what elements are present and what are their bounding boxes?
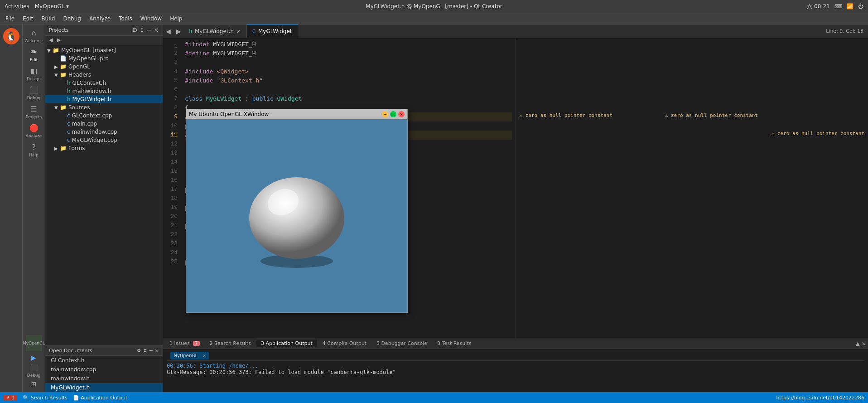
search-results-status[interactable]: 🔍 Search Results (23, 395, 68, 401)
tree-item-root[interactable]: ▼ 📁 MyOpenGL [master] (45, 46, 163, 54)
folder-icon-root: 📁 (53, 47, 59, 53)
activities-label[interactable]: Activities (5, 3, 29, 10)
line-num-6: 6 (163, 85, 178, 94)
tab-myglwidget[interactable]: C MyGLWidget (247, 24, 298, 38)
debug-run-icon[interactable]: ▶ (26, 353, 42, 362)
open-doc-mainwindow-cpp[interactable]: mainwindow.cpp (45, 365, 163, 374)
editor-status-right: Line: 9, Col: 13 (826, 28, 868, 34)
gl-win-minimize[interactable]: − (382, 111, 388, 117)
tab-nav-left[interactable]: ◀ (163, 24, 174, 38)
nav-forward[interactable]: ▶ (55, 37, 63, 43)
tab-search-results[interactable]: 2 Search Results (205, 340, 256, 347)
bottom-minimize[interactable]: ▲ (856, 340, 860, 347)
menu-bar: FileEditBuildDebugAnalyzeToolsWindowHelp (0, 13, 868, 24)
app-run-widget[interactable]: MyOpenGL (26, 335, 42, 351)
code-line-3 (185, 58, 512, 67)
line-num-9: 9 (163, 112, 178, 121)
close-tree-icon[interactable]: × (154, 26, 159, 34)
tree-item-glcontext-h[interactable]: h GLContext.h (45, 79, 163, 87)
grid-icon-btn[interactable]: ⊞ (26, 379, 42, 388)
sidebar-analyze[interactable]: 🛑 Analyze (25, 121, 43, 140)
tree-item-main-cpp[interactable]: c main.cpp (45, 120, 163, 128)
gl-win-close[interactable]: × (398, 111, 405, 117)
tree-item-glcontext-cpp[interactable]: c GLContext.cpp (45, 112, 163, 120)
sidebar-edit[interactable]: ✏ Edit (25, 45, 43, 63)
docs-expand-icon[interactable]: ↕ (143, 348, 147, 354)
tab-h-icon: h (189, 29, 192, 34)
menu-edit[interactable]: Edit (19, 15, 37, 23)
open-doc-glcontext[interactable]: GLContext.h (45, 356, 163, 365)
output-tab-close[interactable]: × (203, 353, 206, 359)
tree-item-mainwindow-h[interactable]: h mainwindow.h (45, 87, 163, 95)
tree-item-headers[interactable]: ▼ 📁 Headers (45, 71, 163, 79)
output-tab-myopengl[interactable]: MyOpenGL × (170, 352, 209, 359)
tab-nav-right[interactable]: ▶ (174, 24, 184, 38)
system-bar-right: 六 00:21 ⌨ 📶 ⏻ (807, 3, 863, 10)
docs-collapse-icon[interactable]: − (149, 348, 153, 354)
menu-file[interactable]: File (2, 15, 18, 23)
tree-item-sources[interactable]: ▼ 📁 Sources (45, 103, 163, 112)
gl-win-maximize[interactable]: □ (390, 111, 396, 117)
open-doc-myglwidget[interactable]: MyGLWidget.h (45, 383, 163, 392)
menu-tools[interactable]: Tools (115, 15, 136, 23)
menu-analyze[interactable]: Analyze (86, 15, 114, 23)
sidebar-design[interactable]: ◧ Design (25, 64, 43, 83)
tree-item-myglwidget-cpp[interactable]: c MyGLWidget.cpp (45, 136, 163, 144)
qt-sidebar: ⌂ Welcome ✏ Edit ◧ Design ⬛ Debug ☰ Proj… (23, 24, 45, 392)
tab-issues[interactable]: 1 Issues 7 (165, 340, 204, 347)
open-doc-mainwindow-h[interactable]: mainwindow.h (45, 374, 163, 383)
bottom-close[interactable]: × (862, 340, 866, 347)
file-icon-pro: 📄 (60, 55, 67, 62)
menu-debug[interactable]: Debug (59, 15, 84, 23)
warn-line-11: ⚠ zero as null pointer constant (516, 129, 868, 138)
projects-icon: ☰ (29, 104, 39, 114)
tab-myglwidget-h-label: MyGLWidget.h (195, 28, 234, 34)
issues-status[interactable]: ⚡ 1 (4, 395, 17, 401)
folder-icon-headers: 📁 (60, 72, 67, 78)
tab-myglwidget-label: MyGLWidget (258, 28, 292, 34)
power-icon: ⏻ (858, 3, 863, 10)
tree-item-mainwindow-cpp[interactable]: c mainwindow.cpp (45, 128, 163, 136)
line-numbers: 1 2 3 4 5 6 7 8 9 10 11 12 13 14 15 16 1 (163, 38, 181, 338)
tab-myglwidget-h[interactable]: h MyGLWidget.h × (184, 24, 247, 38)
tab-app-output[interactable]: 3 Application Output (256, 340, 317, 347)
sidebar-welcome[interactable]: ⌂ Welcome (25, 26, 43, 44)
help-icon: ? (29, 142, 39, 152)
warn-spacer-6 (516, 83, 868, 92)
tab-test-results[interactable]: 8 Test Results (433, 340, 476, 347)
app-output-status[interactable]: 📄 Application Output (73, 395, 128, 401)
opengl-sphere (238, 157, 356, 275)
line-num-15: 15 (163, 167, 178, 176)
grid-icon: ⊞ (31, 380, 37, 388)
debug-bottom-label: Debug (26, 373, 42, 378)
tab-debugger-console[interactable]: 5 Debugger Console (372, 340, 432, 347)
docs-close-icon[interactable]: × (155, 348, 159, 354)
docs-filter-icon[interactable]: ⚙ (136, 348, 141, 354)
debug-stop-icon[interactable]: ⬛ (26, 363, 42, 372)
debug-label: Debug (27, 96, 41, 100)
filter-icon[interactable]: ⚙ (132, 26, 138, 34)
tree-item-myglwidget-h[interactable]: h MyGLWidget.h (45, 95, 163, 103)
menu-help[interactable]: Help (166, 15, 186, 23)
menu-build[interactable]: Build (38, 15, 58, 23)
sidebar-help[interactable]: ? Help (25, 141, 43, 159)
warn-spacer-1 (516, 38, 868, 47)
tree-label-glcontext-h: GLContext.h (72, 80, 106, 86)
sidebar-projects[interactable]: ☰ Projects (25, 102, 43, 121)
sidebar-debug[interactable]: ⬛ Debug (25, 83, 43, 102)
help-label: Help (29, 153, 39, 157)
tree-item-pro[interactable]: 📄 MyOpenGL.pro (45, 54, 163, 63)
nav-back[interactable]: ◀ (47, 37, 55, 43)
collapse-icon[interactable]: − (147, 26, 152, 34)
app-menu[interactable]: MyOpenGL ▾ (35, 3, 69, 10)
analyze-label: Analyze (26, 134, 42, 138)
tree-item-forms[interactable]: ▶ 📁 Forms (45, 144, 163, 152)
tab-compile-output[interactable]: 4 Compile Output (318, 340, 371, 347)
tree-item-opengl[interactable]: ▶ 📁 OpenGL (45, 63, 163, 71)
bottom-panel-controls: ▲ × (856, 340, 866, 347)
menu-window[interactable]: Window (137, 15, 165, 23)
sync-icon[interactable]: ↕ (140, 26, 145, 34)
line-num-7: 7 (163, 94, 178, 103)
line-num-25: 25 (163, 257, 178, 267)
tab-close-h[interactable]: × (236, 28, 241, 34)
